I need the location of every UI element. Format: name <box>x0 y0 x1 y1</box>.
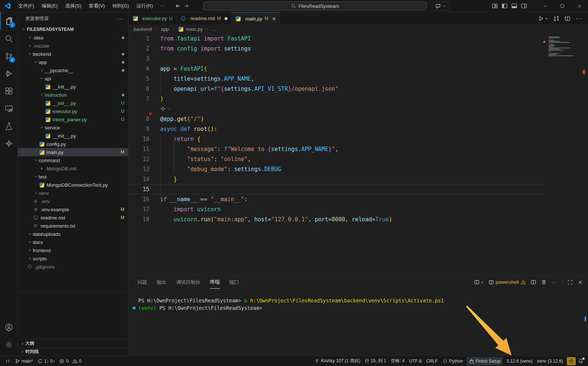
tree-item-FILESREADSYSTEAM[interactable]: FILESREADSYSTEAM <box>18 25 128 33</box>
code-line-5[interactable]: 5 title=settings.APP_NAME, <box>128 74 588 84</box>
nav-back-icon[interactable] <box>175 3 181 9</box>
sidebar-section-时间线[interactable]: 时间线 <box>18 347 128 356</box>
line-number[interactable]: 13 <box>128 166 154 173</box>
tree-item-.env[interactable]: .env <box>18 197 128 205</box>
code-line-14[interactable]: 14 } <box>128 174 588 184</box>
panel-tab-端口[interactable]: 端口 <box>229 276 239 289</box>
code-line-12[interactable]: 12 "status": "online", <box>128 154 588 164</box>
status-problems[interactable]: 00 <box>57 357 83 365</box>
tree-item-intent_parser.py[interactable]: intent_parser.pyU <box>18 115 128 123</box>
kill-terminal-icon[interactable] <box>541 279 547 285</box>
line-number[interactable]: 1 <box>128 35 154 42</box>
panel-tab-输出[interactable]: 输出 <box>157 276 166 289</box>
run-python-file-button[interactable] <box>538 16 548 22</box>
window-maximize-button[interactable] <box>554 0 571 12</box>
breadcrumb-item[interactable]: backend <box>134 26 152 32</box>
code-editor[interactable]: 1from fastapi import FastAPI2from config… <box>128 33 588 275</box>
tree-item-data_uploads[interactable]: data\uploads <box>18 230 128 238</box>
panel-tab-调试控制台[interactable]: 调试控制台 <box>176 276 200 289</box>
menu-g[interactable]: 转到(G) <box>109 1 133 10</box>
tree-item-main.py[interactable]: main.pyM <box>18 148 128 156</box>
activity-settings-icon[interactable] <box>0 336 18 353</box>
ai-inline-widget-icon[interactable] <box>160 106 166 112</box>
status-finish-setup[interactable]: Finish Setup <box>467 357 503 365</box>
status-sync[interactable]: 1↓ 0↑ <box>35 357 57 365</box>
menu-s[interactable]: 选择(S) <box>62 1 85 10</box>
editor-more-actions-icon[interactable]: ··· <box>576 15 583 22</box>
menu-v[interactable]: 查看(V) <box>85 1 108 10</box>
activity-source-control-icon[interactable]: 9 <box>0 47 18 65</box>
tree-item-backend[interactable]: backend <box>18 50 128 58</box>
tree-item-docs[interactable]: docs <box>18 238 128 246</box>
breadcrumb-item[interactable]: ... <box>212 26 216 32</box>
status-commit-info[interactable]: KiriAky 107 (1 周前) <box>312 357 363 365</box>
toggle-sidebar-icon[interactable] <box>502 3 508 9</box>
tree-item-__pycache__[interactable]: __pycache__ <box>18 66 128 74</box>
menu-f[interactable]: 文件(F) <box>15 1 38 10</box>
status-indentation[interactable]: 空格: 4 <box>388 357 407 365</box>
window-minimize-button[interactable] <box>537 0 554 12</box>
editor-tab-main.py[interactable]: main.pyM✕ <box>232 12 280 25</box>
line-number[interactable]: 14 <box>128 176 154 183</box>
menu-e[interactable]: 编辑(E) <box>38 1 61 10</box>
line-number[interactable]: 11 <box>128 146 154 152</box>
chevron-down-icon[interactable] <box>167 107 171 111</box>
status-venv[interactable]: venv (3.12.6) <box>535 357 565 365</box>
unsaved-dot[interactable] <box>225 17 228 20</box>
tree-item-instruction[interactable]: instruction <box>18 91 128 99</box>
tree-item-api[interactable]: api <box>18 74 128 83</box>
code-line-16[interactable]: 16if __name__ == "__main__": <box>128 194 588 204</box>
line-number[interactable]: 3 <box>128 55 154 62</box>
tree-item-command[interactable]: command <box>18 156 128 164</box>
code-line-9[interactable]: 9async def root(): <box>128 124 588 134</box>
tree-item-service[interactable]: service <box>18 123 128 132</box>
activity-ai-extension-icon[interactable] <box>0 135 18 152</box>
tree-item-venv[interactable]: venv <box>18 189 128 197</box>
tree-item-MongoDBConnectionTest.py[interactable]: MongoDBConnectionTest.py <box>18 181 128 189</box>
line-number[interactable]: 12 <box>128 156 154 163</box>
split-terminal-icon[interactable] <box>531 279 536 285</box>
code-line-18[interactable]: 18 uvicorn.run("main:app", host="127.0.0… <box>128 214 588 224</box>
line-number[interactable]: 17 <box>128 206 154 213</box>
breadcrumb-item[interactable]: main.py <box>178 26 203 32</box>
customize-layout-icon[interactable] <box>492 3 498 9</box>
window-close-button[interactable] <box>571 0 588 12</box>
menu-r[interactable]: 运行(R) <box>133 1 156 10</box>
line-number[interactable]: 6 <box>128 86 154 92</box>
code-line-6[interactable]: 6 openapi_url=f"{settings.API_V1_STR}/op… <box>128 84 588 94</box>
activity-remote-explorer-icon[interactable] <box>0 100 18 117</box>
launch-profile-icon[interactable] <box>474 279 484 285</box>
code-line-4[interactable]: 4app = FastAPI( <box>128 64 588 74</box>
panel-more-actions-icon[interactable]: ··· <box>552 279 557 285</box>
status-eol[interactable]: CRLF <box>424 357 440 365</box>
tree-item-.vscode[interactable]: .vscode <box>18 42 128 50</box>
status-branch[interactable]: main* <box>13 357 35 365</box>
sidebar-more-actions[interactable]: ··· <box>118 16 124 22</box>
code-line-8[interactable]: 8@app.get("/") <box>128 114 588 124</box>
editor-tab-executor.py[interactable]: executor.pyU <box>128 12 177 25</box>
line-number[interactable]: 10 <box>128 136 154 142</box>
tree-item-app[interactable]: app <box>18 58 128 66</box>
code-line-10[interactable]: 10 return { <box>128 134 588 144</box>
code-line-2[interactable]: 2from config import settings <box>128 44 588 54</box>
activity-run-debug-icon[interactable] <box>0 65 18 82</box>
line-number[interactable]: 7 <box>128 96 154 102</box>
status-remote[interactable] <box>3 357 13 365</box>
tree-item-config.py[interactable]: config.py <box>18 140 128 148</box>
terminal-output[interactable]: PS H:\OwnProject\FilesReadSysteam> & h:\… <box>128 289 588 312</box>
breakpoint-arrow-icon[interactable] <box>149 112 152 116</box>
activity-testing-icon[interactable] <box>0 117 18 135</box>
terminal-instance-tab[interactable]: powershell <box>489 279 526 285</box>
nav-forward-icon[interactable] <box>183 3 189 9</box>
tree-item-.idea[interactable]: .idea <box>18 33 128 42</box>
line-number[interactable]: 4 <box>128 65 154 72</box>
breadcrumb[interactable]: backendappmain.py... <box>128 25 588 33</box>
status-ai-chip[interactable] <box>567 357 576 365</box>
tree-item-readme.md[interactable]: readme.mdM <box>18 214 128 222</box>
command-decoration-dot[interactable] <box>133 306 136 309</box>
tree-item-scripts[interactable]: scripts <box>18 254 128 263</box>
tree-item-MongoDB.md[interactable]: MongoDB.md <box>18 164 128 173</box>
line-number[interactable]: 8 <box>128 116 154 122</box>
tree-item-.gitignore[interactable]: .gitignore <box>18 263 128 271</box>
status-language[interactable]: Python <box>440 357 465 365</box>
